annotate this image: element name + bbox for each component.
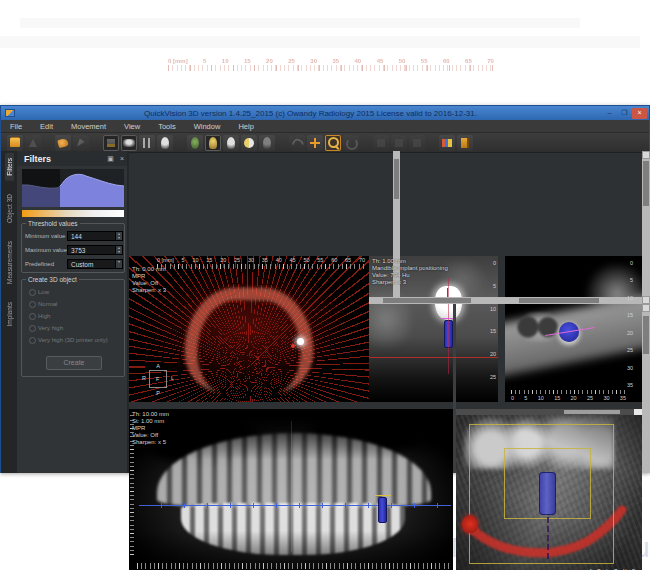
quality-radio[interactable]: Very high	[28, 324, 108, 333]
app-icon	[5, 109, 15, 117]
ruler-number: 20	[627, 330, 633, 336]
skull-bone-icon[interactable]	[223, 135, 239, 151]
ruler-number: 15	[627, 312, 633, 318]
face-render-icon[interactable]	[187, 135, 203, 151]
filters-panel-header: Filters ▣ ×	[17, 151, 127, 166]
menu-item[interactable]: Movement	[62, 122, 115, 131]
move-tool-icon[interactable]	[307, 135, 323, 151]
3d-vertical-scrollbar[interactable]	[642, 304, 650, 473]
undo-rotate-icon[interactable]	[289, 135, 305, 151]
toolbar	[1, 133, 649, 153]
quality-radio[interactable]: High	[28, 312, 108, 321]
snapshot-tool-icon[interactable]	[391, 135, 407, 151]
ruler-number: 5	[490, 283, 496, 289]
ruler-number: 35	[627, 382, 633, 388]
export-mesh-icon[interactable]	[25, 135, 41, 151]
ruler-number: 25	[627, 347, 633, 353]
quality-radio[interactable]: Normal	[28, 300, 108, 309]
ruler-number: 15	[490, 328, 496, 334]
draw-tools-icon[interactable]	[439, 135, 455, 151]
implant-3d[interactable]	[539, 472, 556, 515]
dock-icon[interactable]: ▣	[104, 155, 117, 163]
filters-panel: Filters ▣ × Threshold values Minimum val…	[17, 151, 129, 473]
ruler-number: 10	[490, 306, 496, 312]
ruler-number: 50	[303, 257, 309, 263]
ruler-number: 25	[234, 257, 240, 263]
side-tab[interactable]: Measurements	[5, 236, 14, 289]
canal-entry-marker	[462, 515, 478, 533]
title-bar[interactable]: QuickVision 3D version 1.4.25_2015 (c) O…	[1, 106, 649, 120]
close-panel-icon[interactable]: ×	[117, 155, 127, 162]
skull-yellow-icon[interactable]	[205, 135, 221, 151]
side-tab[interactable]: Implants	[5, 297, 14, 332]
threshold-legend: Threshold values	[26, 220, 80, 227]
menu-item[interactable]: Window	[185, 122, 230, 131]
layout-views-icon[interactable]	[103, 135, 119, 151]
min-value-input[interactable]: 144	[67, 231, 116, 241]
cs1-overlay-text: Th: 1.00 mmMandible implant positioningV…	[372, 258, 448, 286]
brush-tool-icon[interactable]	[73, 135, 89, 151]
maximize-button[interactable]: ❐	[617, 108, 632, 119]
side-tab[interactable]: Object 3D	[5, 189, 14, 228]
ghost-ruler-number: 55	[421, 58, 428, 64]
overlay-line: Value: Off	[132, 280, 166, 287]
menu-item[interactable]: Help	[229, 122, 262, 131]
open-file-icon[interactable]	[7, 135, 23, 151]
menu-item[interactable]: View	[115, 122, 149, 131]
menu-item[interactable]: Edit	[31, 122, 62, 131]
histogram[interactable]	[22, 169, 124, 207]
overlay-line: Value: 794 Hu	[372, 272, 448, 279]
quality-radio[interactable]: Very high (3D printer only)	[28, 336, 108, 345]
orientation-p: P	[141, 390, 175, 396]
viewport-axial[interactable]: 0 [mm]510152025303540455055606570 Th: 0.…	[129, 256, 369, 402]
panel-title: Filters	[17, 154, 104, 164]
occlusal-plane-line[interactable]	[139, 503, 451, 508]
viewport-cross-section-2[interactable]: 05101520253035 05101520253035	[505, 256, 642, 402]
skull-view-icon[interactable]	[157, 135, 173, 151]
slice-view-icon[interactable]	[121, 135, 137, 151]
viewport-panoramic[interactable]: [mm]102030405060708090100110120130140150…	[129, 409, 453, 570]
exit-app-icon[interactable]	[457, 135, 473, 151]
3d-horizontal-scrollbar[interactable]	[456, 409, 642, 415]
zoom-tool-icon[interactable]	[325, 135, 341, 151]
ruler-number: 15	[206, 257, 212, 263]
create-3d-legend: Create 3D object	[26, 276, 79, 283]
max-value-spinner[interactable]: ▴▾	[116, 245, 123, 255]
top-row-horizontal-scrollbar[interactable]	[369, 297, 642, 304]
ghost-ruler-number: 20	[266, 58, 273, 64]
predefined-label: Predefined	[25, 261, 67, 267]
predefined-select[interactable]: Custom	[67, 259, 116, 269]
max-value-input[interactable]: 3753	[67, 245, 116, 255]
menu-item[interactable]: File	[1, 122, 31, 131]
min-value-spinner[interactable]: ▴▾	[116, 231, 123, 241]
overlay-line: MPR	[132, 273, 166, 280]
rotate-3d-icon[interactable]	[343, 135, 359, 151]
ruler-number: 40	[276, 257, 282, 263]
overlay-line: MPR	[132, 425, 169, 432]
implant-list-icon[interactable]	[139, 135, 155, 151]
clip-tool-icon[interactable]	[373, 135, 389, 151]
menu-item[interactable]: Tools	[149, 122, 185, 131]
viewport-cross-section[interactable]: 0510152025 Th: 1.00 mmMandible implant p…	[369, 256, 498, 402]
crosshair-vertical	[448, 278, 449, 374]
ruler-number: 5	[182, 257, 185, 263]
create-button[interactable]: Create	[46, 356, 102, 370]
skull-ghost-icon[interactable]	[259, 135, 275, 151]
quality-radio[interactable]: Low	[28, 288, 108, 297]
ghost-ruler-number: 45	[377, 58, 384, 64]
hemisphere-view-icon[interactable]	[241, 135, 257, 151]
ghost-ruler-number: 60	[443, 58, 450, 64]
ruler-number: 65	[345, 257, 351, 263]
export-view-icon[interactable]	[409, 135, 425, 151]
ghost-ruler-number: 15	[244, 58, 251, 64]
predefined-dropdown-arrow[interactable]: ▾	[116, 259, 123, 269]
cs2-vertical-scrollbar[interactable]	[642, 151, 650, 304]
side-tab[interactable]: Filters	[5, 153, 14, 181]
pan-hand-icon[interactable]	[55, 135, 71, 151]
viewport-3d[interactable]: A P L R H F	[456, 409, 642, 570]
implant-panoramic[interactable]	[378, 497, 387, 523]
overlay-line: Th: 1.00 mm	[372, 258, 448, 265]
minimize-button[interactable]: –	[602, 108, 617, 119]
implant-axial-marker[interactable]	[297, 338, 304, 345]
close-button[interactable]: ×	[632, 108, 647, 119]
